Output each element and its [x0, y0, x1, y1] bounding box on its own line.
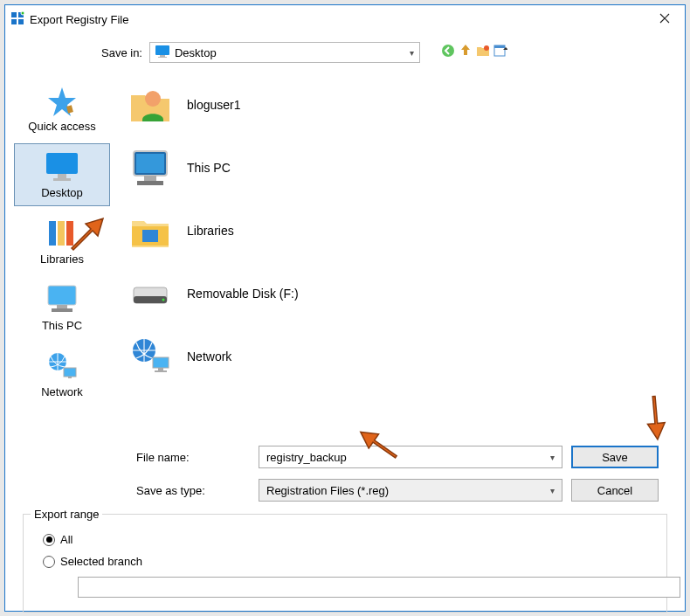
toolbar-icons: [441, 44, 507, 61]
libraries-file-icon: [128, 208, 173, 253]
svg-rect-38: [155, 370, 167, 372]
svg-point-9: [484, 45, 489, 51]
view-menu-icon[interactable]: [493, 44, 507, 61]
radio-icon: [43, 556, 55, 568]
sidebar-label: Quick access: [28, 120, 95, 133]
desktop-icon: [155, 45, 169, 60]
save-in-value: Desktop: [175, 46, 217, 59]
svg-rect-5: [155, 45, 169, 55]
sidebar-item-network[interactable]: Network: [14, 343, 110, 405]
svg-rect-21: [52, 308, 72, 312]
svg-rect-6: [160, 55, 165, 57]
svg-point-8: [442, 45, 454, 57]
list-item[interactable]: Libraries: [128, 203, 676, 259]
filename-value: registry_backup: [266, 451, 347, 464]
dialog-body: Quick access Desktop Libraries This PC: [5, 72, 685, 439]
save-in-dropdown[interactable]: Desktop ▾: [149, 42, 420, 63]
sidebar-item-desktop[interactable]: Desktop: [14, 143, 110, 206]
this-pc-icon: [45, 284, 79, 315]
export-range-group: Export range All Selected branch: [23, 514, 667, 613]
save-in-row: Save in: Desktop ▾: [5, 33, 685, 72]
removable-disk-icon: [128, 271, 173, 316]
chevron-down-icon: ▾: [550, 453, 555, 462]
svg-rect-36: [153, 357, 169, 368]
close-button[interactable]: [645, 5, 685, 33]
file-label: Removable Disk (F:): [187, 287, 299, 301]
shortcut-sidebar: Quick access Desktop Libraries This PC: [5, 72, 119, 439]
chevron-down-icon: ▾: [410, 48, 414, 58]
svg-rect-14: [58, 174, 66, 178]
file-label: bloguser1: [187, 98, 241, 112]
sidebar-item-quick-access[interactable]: Quick access: [14, 77, 110, 140]
svg-rect-7: [158, 57, 167, 58]
list-item[interactable]: Network: [128, 329, 676, 384]
svg-rect-17: [58, 221, 65, 246]
sidebar-label: Libraries: [40, 253, 84, 266]
filetype-label: Save as type:: [136, 484, 250, 497]
radio-selected-branch[interactable]: Selected branch: [43, 555, 656, 568]
save-button[interactable]: Save: [571, 446, 659, 468]
network-icon: [45, 350, 79, 382]
svg-rect-23: [64, 368, 76, 377]
radio-branch-label: Selected branch: [60, 555, 142, 568]
desktop-sidebar-icon: [45, 151, 79, 183]
radio-icon: [43, 534, 55, 546]
svg-rect-37: [158, 368, 163, 370]
svg-rect-16: [49, 221, 56, 246]
sidebar-label: This PC: [42, 319, 82, 332]
svg-rect-24: [68, 377, 72, 378]
radio-all[interactable]: All: [43, 533, 656, 546]
export-dialog: Export Registry File Save in: Desktop ▾: [4, 4, 686, 612]
filename-input[interactable]: registry_backup ▾: [259, 446, 562, 468]
back-icon[interactable]: [441, 44, 455, 61]
svg-rect-2: [11, 19, 17, 24]
list-item[interactable]: This PC: [128, 140, 676, 196]
filetype-select[interactable]: Registration Files (*.reg) ▾: [259, 479, 562, 502]
file-label: Network: [187, 350, 231, 363]
sidebar-label: Network: [41, 385, 83, 398]
cancel-button[interactable]: Cancel: [571, 479, 659, 502]
svg-rect-19: [48, 286, 76, 305]
svg-point-25: [145, 91, 161, 107]
svg-rect-0: [11, 12, 17, 17]
new-folder-icon[interactable]: [476, 44, 490, 61]
title-icon: [10, 11, 24, 28]
quick-access-icon: [45, 85, 79, 116]
close-icon: [659, 12, 670, 26]
titlebar: Export Registry File: [5, 5, 685, 33]
svg-rect-11: [494, 45, 505, 48]
sidebar-item-this-pc[interactable]: This PC: [14, 276, 110, 339]
sidebar-label: Desktop: [41, 186, 83, 199]
svg-point-34: [162, 299, 165, 301]
svg-rect-33: [134, 296, 167, 303]
libraries-icon: [45, 218, 79, 249]
network-file-icon: [128, 334, 173, 379]
filetype-value: Registration Files (*.reg): [266, 484, 389, 497]
list-item[interactable]: Removable Disk (F:): [128, 266, 676, 322]
svg-point-4: [21, 11, 24, 15]
filename-section: File name: registry_backup ▾ Save Save a…: [5, 439, 685, 509]
list-item[interactable]: bloguser1: [128, 77, 676, 133]
file-list[interactable]: bloguser1 This PC Libraries Removable Di…: [119, 72, 685, 439]
svg-rect-29: [137, 181, 163, 185]
sidebar-item-libraries[interactable]: Libraries: [14, 210, 110, 273]
svg-rect-3: [18, 19, 24, 24]
svg-rect-13: [46, 153, 78, 174]
svg-rect-31: [142, 230, 158, 242]
save-in-label: Save in:: [101, 46, 142, 59]
branch-path-input[interactable]: [78, 577, 680, 598]
title-text: Export Registry File: [30, 13, 128, 26]
svg-rect-15: [53, 178, 71, 181]
svg-rect-27: [136, 154, 164, 173]
file-label: This PC: [187, 161, 231, 175]
svg-rect-20: [57, 305, 67, 308]
radio-all-label: All: [60, 533, 72, 546]
user-folder-icon: [128, 82, 173, 128]
export-range-legend: Export range: [31, 508, 102, 521]
filename-label: File name:: [136, 451, 250, 464]
svg-rect-28: [144, 176, 156, 181]
this-pc-file-icon: [128, 145, 173, 190]
up-icon[interactable]: [459, 44, 473, 61]
svg-rect-18: [66, 221, 73, 246]
chevron-down-icon: ▾: [550, 486, 555, 495]
